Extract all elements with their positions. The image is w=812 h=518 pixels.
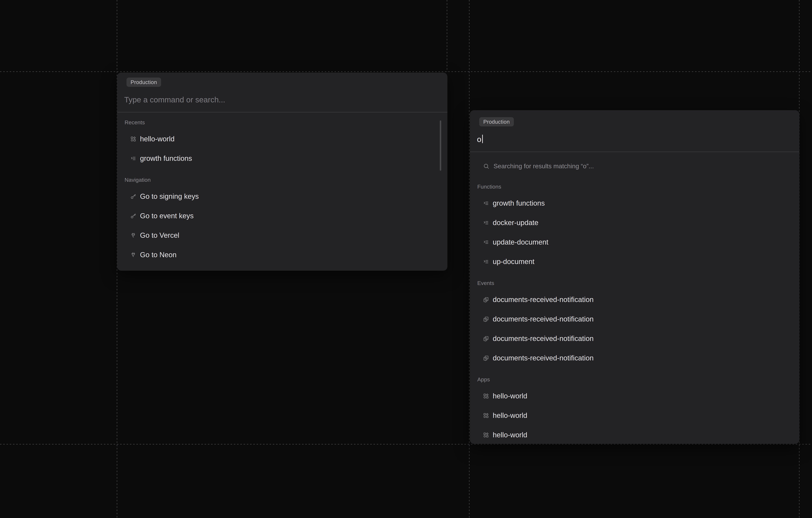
result-item[interactable]: hello-world: [470, 386, 799, 406]
result-item-label: hello-world: [493, 412, 527, 420]
result-item-label: documents-received-notification: [493, 315, 593, 323]
result-item[interactable]: hello-world: [470, 406, 799, 425]
result-item[interactable]: Go to signing keys: [117, 187, 447, 206]
apps-icon: [483, 432, 489, 438]
result-section: Eventsdocuments-received-notificationdoc…: [470, 278, 799, 368]
result-item[interactable]: documents-received-notification: [470, 309, 799, 329]
results-list: Recentshello-worldgrowth functionsNaviga…: [117, 118, 447, 265]
result-item-label: documents-received-notification: [493, 296, 593, 304]
grid-guide-horizontal-1: [0, 71, 812, 72]
result-item-label: documents-received-notification: [493, 354, 593, 362]
command-input[interactable]: Type a command or search...: [117, 95, 447, 105]
grid-guide-horizontal-2: [0, 444, 812, 445]
result-item-label: docker-update: [493, 219, 539, 227]
palette-header: Production Type a command or search...: [117, 72, 447, 105]
key-icon: [130, 193, 136, 199]
result-item-label: update-document: [493, 238, 548, 246]
search-status-row: Searching for results matching “o”...: [470, 152, 799, 177]
result-item[interactable]: up-document: [470, 252, 799, 271]
result-item[interactable]: update-document: [470, 233, 799, 252]
function-icon: [483, 220, 489, 225]
result-section: Functionsgrowth functionsdocker-updateup…: [470, 182, 799, 271]
result-item-label: Go to signing keys: [140, 192, 199, 201]
section-label: Apps: [470, 375, 799, 384]
command-input[interactable]: o: [470, 134, 799, 144]
result-item[interactable]: Go to event keys: [117, 206, 447, 225]
apps-icon: [130, 136, 136, 142]
result-item[interactable]: growth functions: [470, 193, 799, 213]
result-item-label: Go to Vercel: [140, 231, 179, 239]
result-item-label: Go to event keys: [140, 212, 194, 220]
command-input-placeholder: Type a command or search...: [124, 95, 225, 104]
plug-icon: [130, 233, 136, 238]
function-icon: [483, 201, 489, 206]
grid-guide-vertical-2: [447, 0, 447, 72]
result-section: Appshello-worldhello-worldhello-world: [470, 375, 799, 444]
search-status-text: Searching for results matching “o”...: [494, 162, 594, 170]
result-item[interactable]: documents-received-notification: [470, 348, 799, 368]
result-item[interactable]: documents-received-notification: [470, 329, 799, 348]
event-icon: [483, 316, 489, 322]
function-icon: [483, 259, 489, 265]
grid-guide-vertical-3: [469, 0, 469, 518]
palette-header: Production o: [470, 110, 799, 144]
event-icon: [483, 336, 489, 341]
result-item-label: growth functions: [493, 199, 545, 207]
result-item[interactable]: documents-received-notification: [470, 290, 799, 309]
result-item[interactable]: Go to Neon: [117, 245, 447, 265]
results-list: Functionsgrowth functionsdocker-updateup…: [470, 182, 799, 444]
result-item-label: documents-received-notification: [493, 334, 593, 342]
event-icon: [483, 297, 489, 303]
scrollbar-thumb[interactable]: [440, 120, 441, 171]
apps-icon: [483, 413, 489, 418]
result-item[interactable]: hello-world: [470, 425, 799, 444]
environment-badge: Production: [126, 78, 161, 87]
result-item[interactable]: hello-world: [117, 129, 447, 149]
result-item[interactable]: growth functions: [117, 149, 447, 168]
command-palette-searching: Production o Searching for results match…: [470, 110, 799, 444]
result-item-label: hello-world: [140, 135, 175, 143]
environment-badge: Production: [479, 117, 514, 126]
section-label: Events: [470, 278, 799, 287]
function-icon: [483, 239, 489, 245]
result-section: NavigationGo to signing keysGo to event …: [117, 175, 447, 265]
result-item[interactable]: docker-update: [470, 213, 799, 233]
result-item-label: growth functions: [140, 154, 192, 162]
key-icon: [130, 213, 136, 219]
command-palette-idle: Production Type a command or search... R…: [117, 72, 447, 271]
event-icon: [483, 355, 489, 361]
result-item[interactable]: Go to Vercel: [117, 225, 447, 245]
section-label: Recents: [117, 118, 447, 127]
apps-icon: [483, 393, 489, 399]
result-section: Recentshello-worldgrowth functions: [117, 118, 447, 168]
section-label: Functions: [470, 182, 799, 191]
text-caret: [482, 135, 483, 143]
result-item-label: Go to Neon: [140, 251, 176, 259]
result-item-label: up-document: [493, 257, 534, 266]
result-item-label: hello-world: [493, 431, 527, 439]
section-label: Navigation: [117, 175, 447, 184]
result-item-label: hello-world: [493, 392, 527, 400]
header-divider: [117, 112, 447, 113]
plug-icon: [130, 252, 136, 258]
search-icon: [483, 163, 489, 169]
function-icon: [130, 156, 136, 161]
command-input-value: o: [477, 135, 481, 144]
